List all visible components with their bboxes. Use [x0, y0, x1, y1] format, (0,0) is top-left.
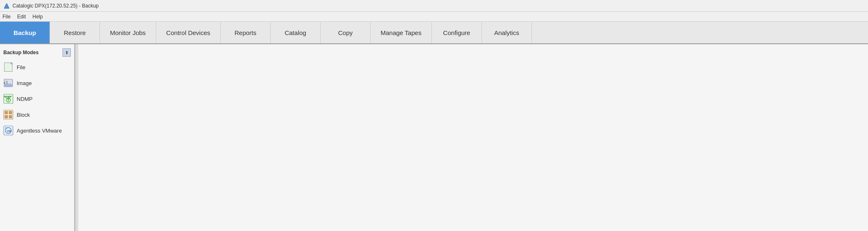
sidebar-item-label-file: File [17, 64, 25, 70]
app-icon [3, 3, 10, 9]
tab-reports[interactable]: Reports [221, 22, 271, 43]
tab-backup[interactable]: Backup [0, 22, 50, 43]
sidebar-item-ndmp[interactable]: NDMP NDMP [0, 91, 74, 107]
sidebar-item-label-block: Block [17, 112, 30, 118]
vmware-icon: VM [3, 126, 13, 136]
tab-restore[interactable]: Restore [50, 22, 100, 43]
sidebar-title: Backup Modes [3, 50, 39, 55]
sidebar-item-vmware[interactable]: VM Agentless VMware [0, 123, 74, 138]
sidebar-item-label-vmware: Agentless VMware [17, 128, 62, 134]
svg-text:NDMP: NDMP [4, 95, 12, 98]
ndmp-icon: NDMP [3, 94, 13, 104]
tab-monitor-jobs[interactable]: Monitor Jobs [100, 22, 156, 43]
tab-manage-tapes[interactable]: Manage Tapes [371, 22, 432, 43]
sidebar-header: Backup Modes ⬆ [0, 46, 74, 59]
tab-control-devices[interactable]: Control Devices [156, 22, 221, 43]
main-content: Backup Modes ⬆ File Imag [0, 44, 868, 231]
sidebar-collapse-button[interactable]: ⬆ [62, 48, 71, 57]
sidebar-scrollbar[interactable] [75, 44, 78, 231]
file-icon [3, 62, 13, 72]
svg-rect-11 [5, 111, 8, 114]
svg-text:VM: VM [7, 130, 12, 133]
sidebar-item-label-image: Image [17, 80, 32, 86]
tab-analytics[interactable]: Analytics [482, 22, 532, 43]
sidebar-item-image[interactable]: Image [0, 75, 74, 91]
image-icon [3, 78, 13, 88]
tab-copy[interactable]: Copy [321, 22, 371, 43]
svg-rect-12 [9, 111, 12, 114]
svg-rect-13 [5, 115, 8, 118]
tab-bar: Backup Restore Monitor Jobs Control Devi… [0, 22, 868, 44]
svg-marker-0 [4, 3, 9, 8]
menu-edit[interactable]: Edit [17, 14, 26, 20]
menu-bar: File Edit Help [0, 12, 868, 22]
menu-help[interactable]: Help [32, 14, 43, 20]
svg-rect-14 [9, 115, 12, 118]
sidebar-item-label-ndmp: NDMP [17, 96, 32, 102]
block-icon [3, 110, 13, 120]
menu-file[interactable]: File [2, 14, 10, 20]
window-title: Catalogic DPX(172.20.52.25) - Backup [12, 3, 99, 9]
tab-configure[interactable]: Configure [432, 22, 482, 43]
collapse-icon: ⬆ [65, 50, 68, 55]
sidebar: Backup Modes ⬆ File Imag [0, 44, 75, 231]
sidebar-item-block[interactable]: Block [0, 107, 74, 123]
tab-catalog[interactable]: Catalog [271, 22, 321, 43]
sidebar-item-file[interactable]: File [0, 59, 74, 75]
title-bar: Catalogic DPX(172.20.52.25) - Backup [0, 0, 868, 12]
content-area [78, 44, 868, 231]
